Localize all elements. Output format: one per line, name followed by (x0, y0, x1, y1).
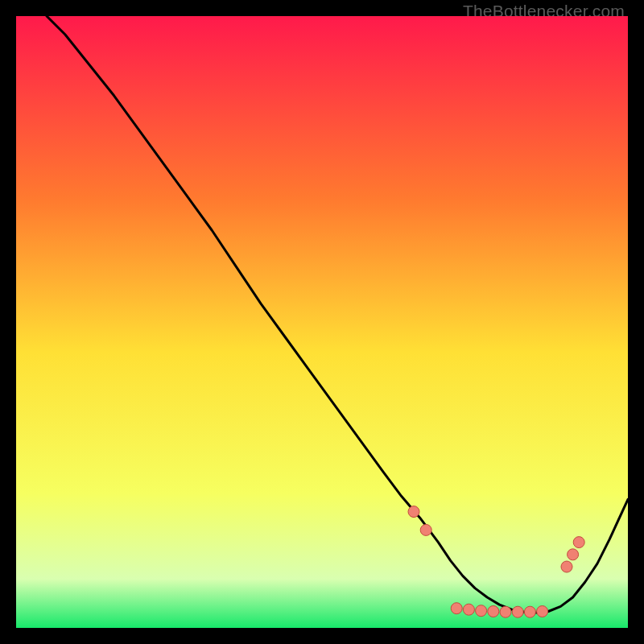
highlight-dot (561, 561, 572, 572)
highlight-dot (408, 506, 419, 518)
highlight-dot (512, 606, 523, 617)
highlight-dot (476, 605, 487, 617)
highlight-dot (451, 603, 462, 614)
highlight-dot (420, 524, 431, 535)
gradient-background (16, 16, 628, 628)
highlight-dot (500, 606, 511, 617)
bottleneck-chart (16, 16, 628, 628)
highlight-dot (524, 606, 535, 617)
highlight-dot (573, 537, 584, 548)
highlight-dot (568, 549, 579, 560)
highlight-dot (463, 604, 474, 615)
chart-frame (16, 16, 628, 628)
highlight-dot (488, 606, 499, 617)
highlight-dot (537, 606, 548, 617)
